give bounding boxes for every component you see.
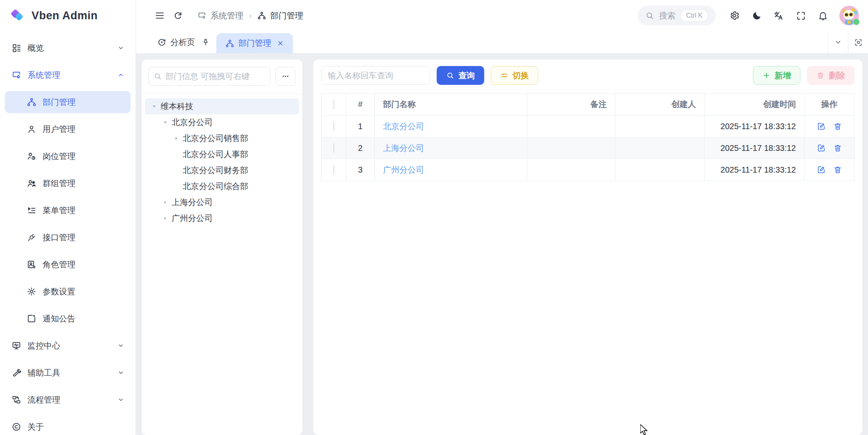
edit-icon[interactable] xyxy=(817,143,826,153)
row-checkbox[interactable] xyxy=(333,165,334,175)
content: 维本科技 北京分公司 北京分公司销售部 北京分公司人事部 xyxy=(136,54,868,435)
caret-right-icon[interactable] xyxy=(173,136,179,141)
app-title: Vben Admin xyxy=(32,9,98,22)
sidebar-item-overview[interactable]: 概览 xyxy=(5,37,131,59)
tab-label: 部门管理 xyxy=(238,38,271,49)
maximize-content-button[interactable] xyxy=(848,31,868,53)
tree-panel-header xyxy=(142,59,302,93)
sidebar-item-workflow[interactable]: 流程管理 xyxy=(5,389,131,411)
breadcrumb-item-department: 部门管理 xyxy=(257,10,303,21)
tree-search-input[interactable] xyxy=(165,72,265,81)
logo[interactable]: Vben Admin xyxy=(0,0,136,31)
caret-right-icon[interactable] xyxy=(162,216,168,221)
workflow-icon xyxy=(11,395,21,405)
sidebar-item-label: 用户管理 xyxy=(43,124,75,135)
sidebar-item-menu[interactable]: 菜单管理 xyxy=(5,199,131,221)
tree-more-button[interactable] xyxy=(275,67,296,86)
sidebar: Vben Admin 概览 系统管理 xyxy=(0,0,136,435)
tab-menu-chevron-button[interactable] xyxy=(828,31,848,53)
fullscreen-button[interactable] xyxy=(792,7,810,25)
sidebar-item-user[interactable]: 用户管理 xyxy=(5,118,131,140)
chevron-down-icon xyxy=(118,342,124,349)
settings-button[interactable] xyxy=(725,7,743,25)
params-icon xyxy=(27,287,36,296)
analysis-icon xyxy=(157,38,166,47)
department-link[interactable]: 北京分公司 xyxy=(383,122,424,131)
sidebar-item-post[interactable]: 岗位管理 xyxy=(5,145,131,167)
department-icon xyxy=(257,11,266,20)
edit-icon[interactable] xyxy=(817,165,826,174)
table-row: 2 上海分公司 2025-11-17 18:33:12 xyxy=(322,137,854,159)
sidebar-item-label: 辅助工具 xyxy=(27,367,60,378)
trash-icon[interactable] xyxy=(833,122,842,131)
tree-node[interactable]: 广州分公司 xyxy=(145,210,299,226)
sidebar-item-label: 关于 xyxy=(27,421,44,433)
select-all-checkbox[interactable] xyxy=(333,99,334,109)
table-row: 3 广州分公司 2025-11-17 18:33:12 xyxy=(322,159,854,181)
edit-icon[interactable] xyxy=(817,122,826,131)
col-index: # xyxy=(346,93,375,116)
delete-button[interactable]: 删除 xyxy=(807,66,854,85)
language-button[interactable] xyxy=(770,7,788,25)
department-icon xyxy=(27,97,36,107)
breadcrumb-item-system[interactable]: 系统管理 xyxy=(197,10,243,21)
tab-analysis[interactable]: 分析页 xyxy=(151,31,216,53)
caret-down-icon[interactable] xyxy=(162,120,168,125)
sidebar-item-label: 岗位管理 xyxy=(43,151,75,162)
tree-node[interactable]: 北京分公司综合部 xyxy=(145,178,299,194)
row-checkbox[interactable] xyxy=(333,121,334,131)
sidebar-item-about[interactable]: 关于 xyxy=(5,416,131,435)
sidebar-item-department[interactable]: 部门管理 xyxy=(5,91,131,113)
theme-toggle-moon-icon[interactable] xyxy=(748,7,766,25)
sidebar-item-monitor[interactable]: 监控中心 xyxy=(5,335,131,357)
user-avatar[interactable] xyxy=(839,6,859,25)
sidebar-item-label: 通知公告 xyxy=(43,313,75,324)
sidebar-item-params[interactable]: 参数设置 xyxy=(5,280,131,303)
tree-node[interactable]: 北京分公司销售部 xyxy=(145,130,299,146)
sidebar-item-group[interactable]: 群组管理 xyxy=(5,172,131,194)
notifications-button[interactable] xyxy=(814,7,832,25)
sidebar-toggle-button[interactable] xyxy=(151,7,169,25)
caret-right-icon[interactable] xyxy=(162,200,168,205)
sidebar-item-label: 概览 xyxy=(27,43,44,54)
sidebar-item-notice[interactable]: 通知公告 xyxy=(5,307,131,330)
tree-node[interactable]: 北京分公司 xyxy=(145,114,299,130)
search-icon xyxy=(645,11,654,20)
col-remark: 备注 xyxy=(527,93,615,116)
user-icon xyxy=(27,124,36,134)
department-link[interactable]: 广州分公司 xyxy=(383,165,424,174)
tree-node[interactable]: 北京分公司财务部 xyxy=(145,162,299,178)
sidebar-item-tools[interactable]: 辅助工具 xyxy=(5,362,131,384)
sidebar-item-api[interactable]: 接口管理 xyxy=(5,226,131,248)
caret-down-icon[interactable] xyxy=(151,104,157,109)
sidebar-item-system[interactable]: 系统管理 xyxy=(5,64,131,86)
sidebar-item-label: 菜单管理 xyxy=(43,205,75,216)
api-icon xyxy=(27,232,36,242)
trash-icon[interactable] xyxy=(833,165,842,174)
tab-department[interactable]: 部门管理 xyxy=(216,33,293,53)
tree-node-root[interactable]: 维本科技 xyxy=(145,98,299,114)
trash-icon[interactable] xyxy=(833,143,842,153)
add-button[interactable]: 新增 xyxy=(753,66,800,85)
pin-icon[interactable] xyxy=(202,38,210,46)
refresh-button[interactable] xyxy=(169,7,187,25)
sidebar-item-label: 流程管理 xyxy=(27,394,60,405)
app-root: Vben Admin 概览 系统管理 xyxy=(0,0,868,435)
department-link[interactable]: 上海分公司 xyxy=(383,143,424,153)
name-search-input[interactable] xyxy=(321,66,430,85)
online-status-dot xyxy=(853,19,859,25)
table-toolbar: 查询 切换 新增 删除 xyxy=(313,59,862,91)
tree-node[interactable]: 上海分公司 xyxy=(145,194,299,210)
query-button[interactable]: 查询 xyxy=(437,66,484,85)
header-actions: 搜索 Ctrl K xyxy=(638,6,859,25)
post-icon xyxy=(27,151,36,161)
close-icon[interactable] xyxy=(277,40,284,47)
col-creator: 创建人 xyxy=(615,93,705,116)
department-tree-panel: 维本科技 北京分公司 北京分公司销售部 北京分公司人事部 xyxy=(142,59,302,435)
toggle-view-button[interactable]: 切换 xyxy=(491,66,538,85)
sidebar-item-role[interactable]: 角色管理 xyxy=(5,253,131,276)
row-checkbox[interactable] xyxy=(333,143,334,153)
global-search[interactable]: 搜索 Ctrl K xyxy=(638,6,716,25)
tree-node[interactable]: 北京分公司人事部 xyxy=(145,146,299,162)
tree-search-box[interactable] xyxy=(148,67,270,86)
